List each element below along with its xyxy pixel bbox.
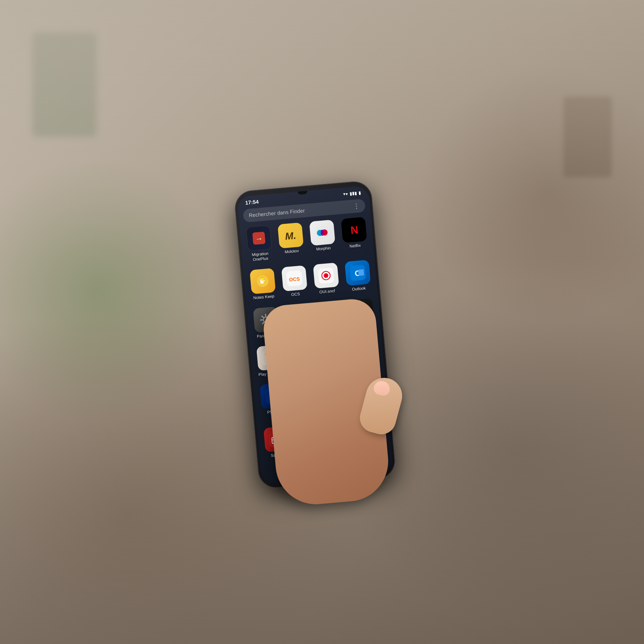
clock: 17:54 [245,198,259,206]
svg-text:→: → [254,234,263,244]
svg-text:M.: M. [285,230,297,242]
notes-icon [250,268,276,294]
more-options-icon[interactable]: ⋮ [353,202,360,210]
status-icons: ▾▾ ▮▮▮ ▮ [343,190,361,197]
molotov-icon: M. [277,223,303,249]
netflix-label: Netflix [349,243,361,249]
morphin-icon [309,220,335,246]
migration-icon: → [246,225,272,251]
notes-label: Notes Keep [253,294,275,301]
ocs-icon: OCS [281,265,307,291]
migration-label: Migration OnePlus [245,251,276,263]
app-outlook[interactable]: O Outlook [341,260,375,298]
ocs-label: OCS [291,292,300,297]
app-ocs[interactable]: OCS OCS [278,265,312,304]
signal-icon: ▮▮▮ [349,190,357,196]
svg-text:OCS: OCS [289,276,300,283]
app-notes[interactable]: Notes Keep [246,268,280,307]
svg-line-26 [262,322,264,324]
molotov-label: Molotov [285,248,299,254]
app-molotov[interactable]: M. Molotov [274,222,308,265]
svg-rect-17 [358,269,364,276]
app-netflix[interactable]: N Netflix [338,217,372,260]
app-morphin[interactable]: Morphin [306,219,340,262]
thumbnail [372,379,392,397]
search-placeholder: Rechercher dans Finder [249,208,305,219]
outlook-label: Outlook [352,286,366,292]
app-oui[interactable]: OUI.sncf [310,262,343,301]
svg-line-23 [262,316,263,317]
phone-scene: 17:54 ▾▾ ▮▮▮ ▮ Rechercher dans Finder ⋮ [234,180,396,489]
app-migration[interactable]: → Migration OnePlus [243,225,277,268]
svg-text:N: N [350,224,359,237]
oui-icon [313,263,339,289]
outlook-icon: O [345,260,371,286]
morphin-label: Morphin [316,246,331,252]
hand [262,297,392,508]
wifi-icon: ▾▾ [343,191,348,197]
oui-label: OUI.sncf [319,289,335,295]
netflix-icon: N [341,217,367,243]
battery-icon: ▮ [358,190,361,195]
